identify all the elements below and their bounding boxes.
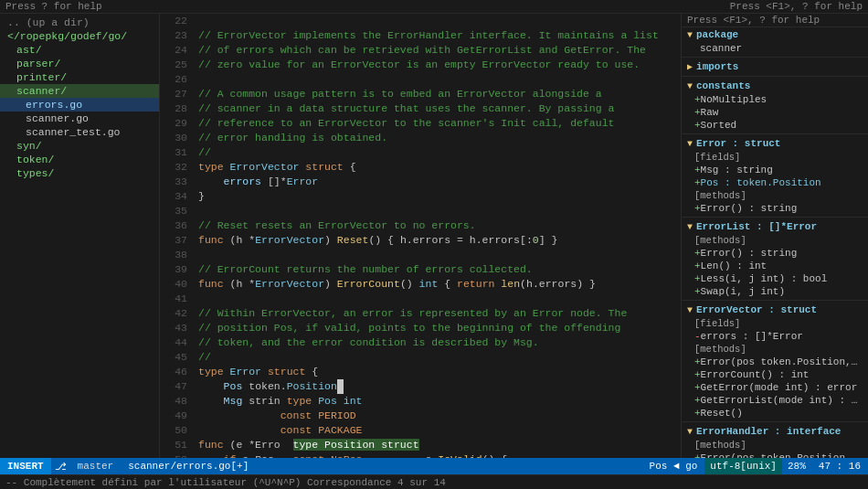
sidebar-item-scanner[interactable]: scanner/ — [0, 84, 159, 98]
code-line-33: errors []*Error — [198, 175, 681, 189]
code-line-50: const PACKAGE — [198, 423, 681, 438]
status-git-marker: ⎇ — [51, 461, 70, 473]
sidebar-item-token[interactable]: token/ — [0, 153, 159, 166]
rp-divider-4 — [682, 217, 868, 218]
rp-title-imports: imports — [696, 61, 738, 72]
status-percent: 28% — [782, 461, 811, 472]
code-line-46: type Error struct { — [198, 365, 681, 379]
rp-triangle-imports: ▶ — [687, 61, 693, 72]
rp-errorlist-len: +Len() : int — [682, 260, 868, 272]
sidebar-item-scanner-go[interactable]: scanner.go — [0, 112, 159, 125]
right-help-text: Press <F1>, ? for help — [730, 1, 863, 12]
code-line-30: // error handling is obtained. — [198, 131, 681, 145]
code-line-49: const PERIOD — [198, 409, 681, 423]
code-line-34: } — [198, 189, 681, 204]
rp-section-errorhandler[interactable]: ▼ ErrorHandler : interface — [682, 424, 868, 439]
status-line-col: 47 : 16 — [811, 461, 868, 472]
rp-divider-2 — [682, 76, 868, 77]
code-line-43: // position Pos, if valid, points to the… — [198, 321, 681, 335]
rp-ev-reset: +Reset() — [682, 407, 868, 420]
sidebar-item-printer[interactable]: printer/ — [0, 70, 159, 84]
code-line-42: // Within ErrorVector, an error is repre… — [198, 306, 681, 321]
rp-section-constants[interactable]: ▼ constants — [682, 79, 868, 93]
status-encoding: utf-8[unix] — [704, 458, 782, 474]
rp-errorlist-less: +Less(i, j int) : bool — [682, 272, 868, 285]
rp-divider-3 — [682, 133, 868, 134]
rp-errorlist-methods-label: [methods] — [682, 234, 868, 247]
rp-divider-6 — [682, 421, 868, 422]
code-line-47: Pos token.Position — [198, 379, 681, 394]
right-panel: Press <F1>, ? for help ▼ package scanner… — [681, 14, 868, 458]
rp-title-errorlist: ErrorList : []*Error — [696, 221, 817, 232]
rp-divider-5 — [682, 300, 868, 301]
rp-title-error: Error : struct — [696, 138, 780, 149]
status-mode: INSERT — [0, 458, 51, 474]
rp-error-methods-label: [methods] — [682, 189, 868, 202]
code-line-45: // — [198, 350, 681, 365]
left-help-text: Press ? for help — [5, 1, 102, 12]
rp-error-msg: +Msg : string — [682, 164, 868, 176]
rp-title-constants: constants — [696, 80, 750, 91]
code-line-52: if e.Pos. const NoPos s.IsValid() { — [198, 452, 681, 458]
code-line-51: func (e *Erro type Position struct — [198, 438, 681, 452]
rp-errorlist-swap: +Swap(i, j int) — [682, 285, 868, 298]
code-content[interactable]: // ErrorVector implements the ErrorHandl… — [195, 14, 681, 458]
rp-title-errorvector: ErrorVector : struct — [696, 304, 817, 315]
rp-errorlist-error: +Error() : string — [682, 247, 868, 260]
editor-area: 22 23 24 25 26 27 28 29 30 31 32 33 34 3… — [160, 14, 681, 458]
rp-triangle-errorvector: ▼ — [687, 305, 693, 315]
code-line-40: func (h *ErrorVector) ErrorCount() int {… — [198, 277, 681, 292]
rp-ev-fields-label: [fields] — [682, 317, 868, 330]
rp-triangle-package: ▼ — [687, 30, 693, 40]
code-line-37: func (h *ErrorVector) Reset() { h.errors… — [198, 233, 681, 248]
rp-triangle-errorhandler: ▼ — [687, 427, 693, 437]
rp-ev-errors-field: -errors : []*Error — [682, 330, 868, 343]
status-branch: master — [70, 458, 122, 474]
code-line-23: // ErrorVector implements the ErrorHandl… — [198, 28, 681, 43]
code-line-22 — [198, 14, 681, 28]
sidebar-item-scanner-test-go[interactable]: scanner_test.go — [0, 125, 159, 139]
rp-ev-geterrorlist: +GetErrorList(mode int) : ErrorList — [682, 394, 868, 407]
code-line-32: type ErrorVector struct { — [198, 160, 681, 175]
sidebar-item-syn[interactable]: syn/ — [0, 139, 159, 153]
rp-const-raw: +Raw — [682, 106, 868, 119]
rp-ev-geterror: +GetError(mode int) : error — [682, 381, 868, 394]
code-line-26 — [198, 72, 681, 87]
rp-section-errorvector[interactable]: ▼ ErrorVector : struct — [682, 303, 868, 317]
code-line-29: // reference to an ErrorVector to the sc… — [198, 116, 681, 131]
rp-section-package[interactable]: ▼ package — [682, 27, 868, 42]
code-line-31: // — [198, 145, 681, 160]
code-line-28: // scanner in a data structure that uses… — [198, 101, 681, 116]
sidebar-item-ast[interactable]: ast/ — [0, 43, 159, 57]
rp-section-errorlist[interactable]: ▼ ErrorList : []*Error — [682, 219, 868, 234]
rp-const-nomultiples: +NoMultiples — [682, 93, 868, 106]
code-line-39: // ErrorCount returns the number of erro… — [198, 262, 681, 277]
sidebar-item-parser[interactable]: parser/ — [0, 57, 159, 70]
status-file: scanner/errors.go[+] — [121, 458, 641, 474]
rp-eh-error-method: +Error(pos token.Position, msg string — [682, 452, 868, 458]
code-line-44: // token, and the error condition is des… — [198, 335, 681, 350]
sidebar-item-errors-go[interactable]: errors.go — [0, 98, 159, 112]
rp-title-errorhandler: ErrorHandler : interface — [696, 426, 841, 437]
sidebar-item-types[interactable]: types/ — [0, 166, 159, 180]
rp-package-scanner: scanner — [682, 42, 868, 55]
sidebar-root-dir[interactable]: </ropepkg/godef/go/ — [0, 29, 159, 43]
rp-ev-methods-label: [methods] — [682, 343, 868, 356]
rp-triangle-constants: ▼ — [687, 81, 693, 91]
rp-error-pos: +Pos : token.Position — [682, 176, 868, 189]
rp-ev-error-method: +Error(pos token.Position, msg string — [682, 356, 868, 368]
status-bar: INSERT ⎇ master scanner/errors.go[+] Pos… — [0, 458, 868, 474]
code-line-36: // Reset resets an ErrorVector to no err… — [198, 218, 681, 233]
rp-section-imports[interactable]: ▶ imports — [682, 59, 868, 74]
sidebar-up-dir[interactable]: .. (up a dir) — [0, 16, 159, 29]
code-line-35 — [198, 204, 681, 218]
status-pos-label: Pos ◄ go — [642, 461, 705, 472]
main-area: .. (up a dir) </ropepkg/godef/go/ ast/ p… — [0, 14, 868, 458]
code-line-27: // A common usage pattern is to embed an… — [198, 87, 681, 101]
code-view: 22 23 24 25 26 27 28 29 30 31 32 33 34 3… — [160, 14, 681, 458]
right-panel-help: Press <F1>, ? for help — [682, 14, 868, 27]
bottom-bar: -- Complètement défini par l'utilisateur… — [0, 474, 868, 489]
rp-section-error[interactable]: ▼ Error : struct — [682, 136, 868, 151]
file-tree-sidebar[interactable]: .. (up a dir) </ropepkg/godef/go/ ast/ p… — [0, 14, 160, 458]
line-numbers: 22 23 24 25 26 27 28 29 30 31 32 33 34 3… — [160, 14, 195, 458]
